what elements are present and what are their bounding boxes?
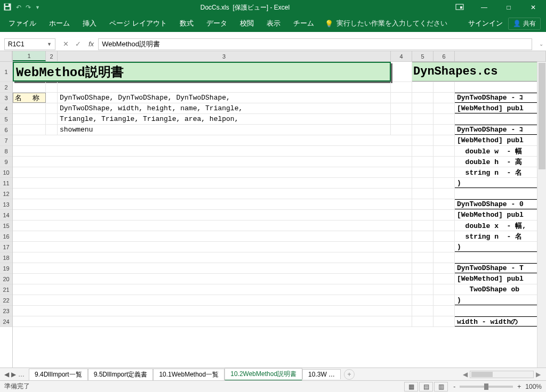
data-cell[interactable]: string n - 名: [455, 231, 546, 241]
row-header[interactable]: 3: [0, 93, 12, 103]
data-cell[interactable]: showmenu: [58, 125, 391, 135]
data-cell[interactable]: double w - 幅: [455, 146, 546, 156]
row-header[interactable]: 18: [0, 252, 12, 263]
view-pagebreak-icon[interactable]: ▥: [434, 382, 448, 391]
name-box[interactable]: R1C1▼: [4, 38, 55, 50]
row-header[interactable]: 17: [0, 242, 12, 252]
row-header[interactable]: 2: [0, 82, 12, 93]
close-button[interactable]: ✕: [526, 4, 541, 11]
add-sheet-button[interactable]: +: [344, 369, 355, 380]
zoom-slider[interactable]: [460, 386, 513, 388]
maximize-button[interactable]: □: [501, 4, 516, 11]
row-header[interactable]: 4: [0, 103, 12, 114]
horizontal-scrollbar[interactable]: ◀ ▶: [358, 371, 546, 378]
row-header[interactable]: 21: [0, 284, 12, 295]
save-icon[interactable]: [3, 3, 12, 13]
sheet-tab[interactable]: 9.4DllImport一覧: [29, 369, 88, 380]
tab-team[interactable]: チーム: [287, 15, 320, 32]
col-header[interactable]: 5: [412, 51, 433, 61]
row-header[interactable]: 9: [0, 157, 12, 167]
tab-home[interactable]: ホーム: [43, 15, 76, 32]
vertical-scrollbar[interactable]: [537, 62, 546, 368]
data-cell[interactable]: TwoDShape ob: [455, 284, 546, 295]
data-cell[interactable]: [WebMethod] publ: [455, 210, 546, 220]
tab-formulas[interactable]: 数式: [173, 15, 200, 32]
data-cell[interactable]: DynTwoDShape - Т: [455, 263, 546, 273]
col-header[interactable]: 4: [391, 51, 412, 61]
row-header[interactable]: 1: [0, 62, 12, 82]
tab-data[interactable]: データ: [200, 15, 234, 32]
redo-icon[interactable]: ↷: [26, 4, 31, 11]
row-header[interactable]: 8: [0, 146, 12, 157]
row-header[interactable]: 13: [0, 199, 12, 210]
col-header[interactable]: 1: [13, 51, 46, 61]
zoom-out-button[interactable]: -: [453, 383, 455, 390]
data-cell[interactable]: double h - 高: [455, 157, 546, 167]
zoom-level[interactable]: 100%: [525, 383, 542, 390]
col-header[interactable]: 6: [433, 51, 455, 61]
data-cell[interactable]: [WebMethod] publ: [455, 103, 546, 113]
tab-file[interactable]: ファイル: [2, 15, 43, 32]
view-pagelayout-icon[interactable]: ▤: [419, 382, 433, 391]
tab-view[interactable]: 表示: [260, 15, 287, 32]
view-normal-icon[interactable]: ▦: [404, 382, 418, 391]
data-cell[interactable]: [WebMethod] publ: [455, 274, 546, 284]
qat-dropdown-icon[interactable]: ▼: [35, 5, 40, 10]
row-header[interactable]: 5: [0, 114, 12, 125]
row-header[interactable]: 15: [0, 220, 12, 231]
chevron-down-icon[interactable]: ▼: [47, 42, 52, 47]
row-header[interactable]: 7: [0, 135, 12, 146]
data-cell[interactable]: [WebMethod] publ: [455, 135, 546, 145]
row-header[interactable]: 16: [0, 231, 12, 242]
zoom-in-button[interactable]: +: [517, 383, 521, 390]
minimize-button[interactable]: ―: [477, 4, 492, 11]
row-header[interactable]: 22: [0, 295, 12, 306]
undo-icon[interactable]: ↶: [16, 4, 21, 11]
title-cell[interactable]: WebMethod説明書: [13, 62, 391, 81]
row-header[interactable]: 23: [0, 306, 12, 316]
tab-pagelayout[interactable]: ページ レイアウト: [103, 15, 173, 32]
tell-me[interactable]: 💡 実行したい作業を入力してください: [320, 19, 452, 28]
row-header[interactable]: 14: [0, 210, 12, 220]
data-cell[interactable]: DynTwoDShape, width, height, name, Trian…: [58, 103, 391, 113]
row-header[interactable]: 12: [0, 189, 12, 199]
cancel-icon[interactable]: ✕: [63, 40, 69, 48]
row-header[interactable]: 24: [0, 316, 12, 327]
data-cell[interactable]: string n - 名: [455, 167, 546, 177]
title-cell[interactable]: DynShapes.cs: [412, 62, 546, 81]
sheet-tab[interactable]: 10.3W …: [302, 369, 341, 379]
row-header[interactable]: 19: [0, 263, 12, 274]
data-cell[interactable]: ): [455, 295, 546, 305]
data-cell[interactable]: DynTwoDShape - ｺ: [455, 125, 546, 135]
signin-link[interactable]: サインイン: [463, 19, 508, 28]
tab-nav-more[interactable]: …: [18, 371, 25, 378]
data-cell[interactable]: DynTwoDShape - 0: [455, 199, 546, 209]
enter-icon[interactable]: ✓: [75, 40, 81, 48]
sheet-tab-active[interactable]: 10.2WebMethod説明書: [224, 368, 302, 381]
data-cell[interactable]: ): [455, 242, 546, 252]
data-cell[interactable]: width - widthの: [455, 316, 546, 326]
col-header[interactable]: 2: [46, 51, 58, 61]
fx-label[interactable]: fx: [89, 40, 98, 48]
tab-nav-next[interactable]: ▶: [11, 371, 16, 378]
select-all-corner[interactable]: [0, 51, 12, 62]
data-cell[interactable]: DynTwoDShape - ｺ: [455, 93, 546, 103]
sheet-tab[interactable]: 10.1WebMethod一覧: [153, 369, 224, 380]
row-header[interactable]: 11: [0, 178, 12, 189]
worksheet[interactable]: WebMethod説明書 DynShapes.cs 名 称 DynTwoDSha…: [13, 62, 546, 327]
row-header[interactable]: 6: [0, 125, 12, 135]
row-header[interactable]: 10: [0, 167, 12, 178]
sheet-tab[interactable]: 9.5DllImport定義書: [88, 369, 154, 380]
data-cell[interactable]: double x - 幅,: [455, 220, 546, 231]
tab-review[interactable]: 校閲: [234, 15, 260, 32]
col-header[interactable]: [455, 51, 546, 61]
col-header[interactable]: 3: [58, 51, 391, 61]
ribbon-options-icon[interactable]: [452, 4, 467, 12]
label-cell[interactable]: 名 称: [13, 93, 46, 103]
formula-input[interactable]: WebMethod説明書: [98, 38, 532, 50]
tab-insert[interactable]: 挿入: [76, 15, 103, 32]
expand-formula-icon[interactable]: ⌄: [536, 41, 546, 47]
share-button[interactable]: 👤 共有: [508, 18, 541, 30]
data-cell[interactable]: Triangle, Triangle, Triangle, area, help…: [58, 114, 391, 124]
tab-nav-prev[interactable]: ◀: [4, 371, 9, 378]
